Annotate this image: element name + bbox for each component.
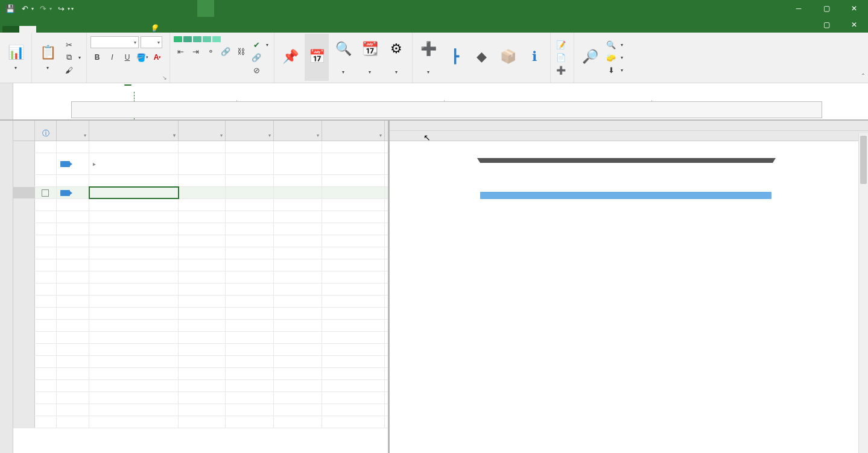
table-row[interactable] xyxy=(13,141,388,153)
tell-me-search[interactable]: 💡 xyxy=(150,24,162,33)
col-indicators[interactable]: ⓘ xyxy=(35,121,57,141)
underline-button[interactable]: U xyxy=(121,51,134,64)
save-icon[interactable]: 💾 xyxy=(5,3,16,14)
font-name-combo[interactable]: ▾ xyxy=(90,36,139,48)
tab-report[interactable] xyxy=(53,26,70,33)
split-task-button[interactable]: ⚬ xyxy=(204,45,217,58)
mark-on-track-button[interactable]: ✔ ▾ xyxy=(250,39,270,51)
details-button[interactable]: 📄 xyxy=(554,51,570,63)
table-row[interactable] xyxy=(13,235,388,247)
percent-complete-buttons[interactable] xyxy=(174,36,247,42)
ribbon-close-button[interactable]: ✕ xyxy=(840,17,868,33)
table-row[interactable] xyxy=(13,187,388,199)
table-row[interactable] xyxy=(13,392,388,404)
unlink-tasks-button[interactable]: ⛓ xyxy=(234,45,247,58)
minimize-button[interactable]: ─ xyxy=(785,0,813,17)
table-row[interactable] xyxy=(13,223,388,235)
timeline-drop-area[interactable] xyxy=(71,101,822,118)
scrollbar-thumb[interactable] xyxy=(860,136,867,184)
font-size-combo[interactable]: ▾ xyxy=(141,36,162,48)
table-row[interactable] xyxy=(13,368,388,380)
tab-file[interactable] xyxy=(2,26,19,33)
table-row[interactable] xyxy=(13,308,388,320)
fill-button[interactable]: ⬇ ▾ xyxy=(604,64,625,76)
move-button[interactable]: 📆▾ xyxy=(358,34,382,81)
respect-links-button[interactable]: 🔗 xyxy=(250,51,270,63)
col-start[interactable]: ▾ xyxy=(226,121,274,141)
table-row[interactable] xyxy=(13,332,388,344)
format-painter-button[interactable]: 🖌 xyxy=(62,64,83,76)
timeline-side-tab[interactable] xyxy=(0,83,13,119)
gantt-chart-area[interactable]: ↖ xyxy=(390,121,868,453)
outdent-button[interactable]: ⇤ xyxy=(174,45,187,58)
deliverable-button[interactable]: 📦 xyxy=(496,34,520,81)
cut-button[interactable]: ✂ xyxy=(62,39,83,51)
manually-schedule-button[interactable]: 📌 xyxy=(278,34,302,81)
milestone-button[interactable]: ◆ xyxy=(469,34,493,81)
table-row[interactable] xyxy=(13,284,388,296)
inspect-button[interactable]: 🔍▾ xyxy=(331,34,355,81)
tab-task[interactable] xyxy=(19,26,36,33)
summary-button[interactable]: ┣ xyxy=(443,34,467,81)
select-all-cell[interactable] xyxy=(13,121,35,141)
gantt-chart-button[interactable]: 📊 ▾ xyxy=(4,34,28,81)
col-task-mode[interactable]: ▾ xyxy=(57,121,89,141)
vertical-scrollbar[interactable] xyxy=(858,133,868,453)
clear-button[interactable]: 🧽 ▾ xyxy=(604,51,625,63)
find-button[interactable]: 🔍 ▾ xyxy=(604,39,625,51)
indent-button[interactable]: ⇥ xyxy=(189,45,202,58)
redo-icon[interactable]: ↷ xyxy=(37,3,48,14)
outline-toggle[interactable]: ▸ xyxy=(93,161,96,167)
table-row[interactable] xyxy=(13,380,388,392)
table-row[interactable] xyxy=(13,404,388,416)
table-row[interactable] xyxy=(13,356,388,368)
ribbon-restore-button[interactable]: ▢ xyxy=(813,17,840,33)
tab-format[interactable] xyxy=(121,26,138,33)
mode-button[interactable]: ⚙▾ xyxy=(384,34,408,81)
close-button[interactable]: ✕ xyxy=(840,0,868,17)
bold-button[interactable]: B xyxy=(90,51,104,64)
link-tasks-button[interactable]: 🔗 xyxy=(219,45,232,58)
table-row[interactable] xyxy=(13,211,388,223)
information-button[interactable]: ℹ xyxy=(522,34,546,81)
task-bar[interactable] xyxy=(480,192,771,199)
notes-button[interactable]: 📝 xyxy=(554,39,570,51)
tab-project[interactable] xyxy=(70,26,87,33)
copy-button[interactable]: ⧉ ▾ xyxy=(62,51,83,63)
inactivate-button[interactable]: ⊘ xyxy=(250,64,270,76)
tab-view[interactable] xyxy=(87,26,104,33)
add-to-timeline-button[interactable]: ➕ xyxy=(554,64,570,76)
table-row[interactable] xyxy=(13,259,388,271)
link-icon[interactable]: ↪ xyxy=(55,3,66,14)
table-row[interactable] xyxy=(13,296,388,308)
fill-color-button[interactable]: 🪣▾ xyxy=(136,51,149,64)
table-row[interactable] xyxy=(13,199,388,211)
italic-button[interactable]: I xyxy=(106,51,119,64)
col-finish[interactable]: ▾ xyxy=(274,121,322,141)
table-row[interactable] xyxy=(13,416,388,428)
maximize-button[interactable]: ▢ xyxy=(813,0,840,17)
undo-icon[interactable]: ↶ xyxy=(19,3,30,14)
gantt-side-tab[interactable] xyxy=(0,121,13,453)
table-row[interactable] xyxy=(13,344,388,356)
qat-customize[interactable]: ▾ xyxy=(71,6,74,11)
table-row[interactable] xyxy=(13,320,388,332)
selected-cell[interactable] xyxy=(89,187,179,198)
auto-schedule-button[interactable]: 📅 xyxy=(305,34,329,81)
collapse-ribbon-button[interactable]: ˆ xyxy=(862,73,864,81)
table-row[interactable]: ▸ xyxy=(13,153,388,175)
tab-resource[interactable] xyxy=(36,26,53,33)
table-row[interactable] xyxy=(13,247,388,259)
scroll-to-task-button[interactable]: 🔎 xyxy=(578,34,602,81)
col-predecessors[interactable]: ▾ xyxy=(322,121,385,141)
font-dialog-launcher[interactable]: ↘ xyxy=(161,74,168,81)
col-task-name[interactable]: ▾ xyxy=(89,121,179,141)
col-duration[interactable]: ▾ xyxy=(179,121,226,141)
font-color-button[interactable]: A▾ xyxy=(151,51,164,64)
paste-button[interactable]: 📋 ▾ xyxy=(36,34,60,81)
timeline-body[interactable] xyxy=(13,83,868,119)
summary-bar[interactable] xyxy=(480,158,773,163)
insert-task-button[interactable]: ➕▾ xyxy=(416,34,440,81)
table-row[interactable] xyxy=(13,175,388,187)
table-row[interactable] xyxy=(13,271,388,284)
